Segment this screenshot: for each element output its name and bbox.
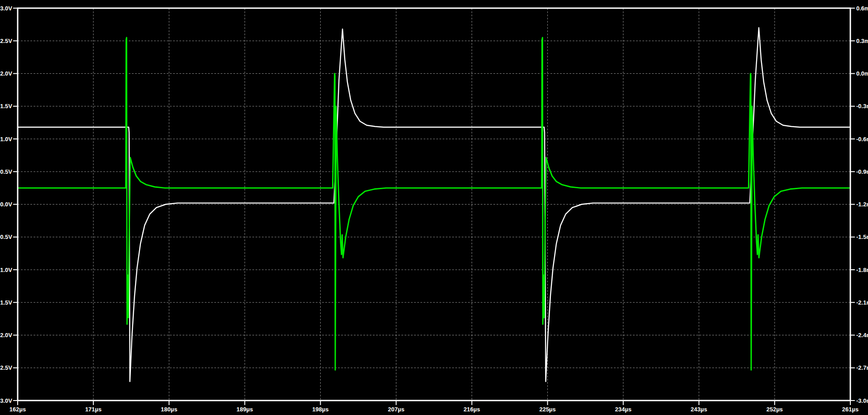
right-axis-tick-label: -1.2mA — [856, 201, 868, 208]
right-axis-tick-label: -3.0mA — [856, 397, 868, 404]
x-axis-tick-label: 180µs — [161, 406, 177, 413]
right-axis-tick-label: -0.9mA — [856, 168, 868, 175]
right-axis-tick-label: -0.3mA — [856, 103, 868, 110]
x-axis-tick-label: 189µs — [236, 406, 253, 413]
left-axis-tick-label: -2.0V — [0, 332, 12, 339]
x-axis-tick-label: 252µs — [767, 406, 783, 413]
right-axis-tick-label: 0.0mA — [856, 70, 868, 77]
right-axis-tick-label: -2.4mA — [856, 332, 868, 339]
right-axis-tick-label: 0.3mA — [856, 38, 868, 44]
x-axis-tick-label: 171µs — [85, 406, 101, 413]
left-axis-tick-label: 0.5V — [0, 168, 12, 175]
x-axis-tick-label: 198µs — [312, 406, 328, 413]
left-axis-tick-label: -0.5V — [0, 234, 12, 240]
x-axis-tick-label: 162µs — [10, 406, 26, 413]
right-axis-tick-label: -2.1mA — [856, 299, 868, 306]
x-axis-tick-label: 261µs — [842, 406, 858, 413]
left-axis-tick-label: -1.5V — [0, 299, 12, 306]
left-axis-tick-label: -2.5V — [0, 364, 12, 371]
waveform-viewer-pane: V(6) Ic(Q16) 3.0V2.5V2.0V1.5V1.0V0.5V0.0… — [0, 0, 868, 415]
left-axis-tick-label: 2.0V — [0, 70, 12, 77]
x-axis-tick-label: 225µs — [539, 406, 555, 413]
left-axis-tick-label: 1.5V — [0, 103, 12, 110]
right-axis-tick-label: 0.6mA — [856, 5, 868, 12]
left-axis-tick-label: -3.0V — [0, 397, 12, 404]
right-axis-tick-label: -2.7mA — [856, 364, 868, 371]
x-axis-tick-label: 216µs — [463, 406, 480, 413]
left-axis-tick-label: 2.5V — [0, 38, 12, 44]
left-axis-tick-label: 3.0V — [0, 5, 12, 12]
right-axis-tick-label: -1.5mA — [856, 234, 868, 240]
left-axis-tick-label: 1.0V — [0, 136, 12, 143]
x-axis-tick-label: 207µs — [388, 406, 404, 413]
right-axis-tick-label: -1.8mA — [856, 267, 868, 273]
x-axis-tick-label: 234µs — [615, 406, 632, 413]
x-axis-tick-label: 243µs — [691, 406, 707, 413]
left-axis-tick-label: -1.0V — [0, 267, 12, 273]
right-axis-tick-label: -0.6mA — [856, 136, 868, 143]
waveform-plot-canvas[interactable]: 3.0V2.5V2.0V1.5V1.0V0.5V0.0V-0.5V-1.0V-1… — [0, 0, 868, 415]
left-axis-tick-label: 0.0V — [0, 201, 12, 208]
